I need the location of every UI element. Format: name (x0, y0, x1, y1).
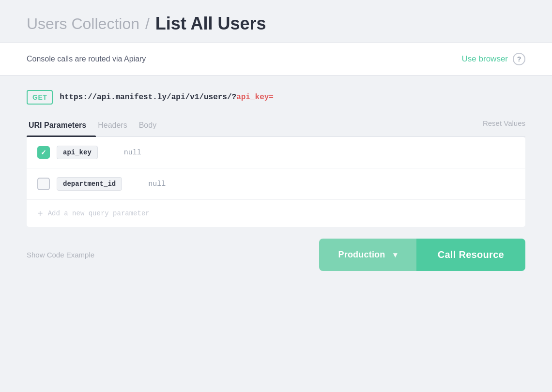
add-param-label: Add a new query parameter (48, 210, 150, 217)
param-name-api-key: api_key (57, 146, 98, 159)
url-host: api.manifest.ly/api/v1 (97, 93, 199, 102)
url-display: https://api.manifest.ly/api/v1/users/?ap… (60, 93, 274, 102)
console-info-text: Console calls are routed via Apiary (27, 55, 146, 63)
add-icon: + (37, 209, 43, 218)
page-header: Users Collection / List All Users (0, 0, 552, 43)
url-query-param: api_key= (236, 93, 274, 102)
show-code-example-button[interactable]: Show Code Example (27, 251, 94, 259)
tabs-section: URI Parameters Headers Body Reset Values… (27, 116, 525, 227)
param-name-department-id: department_id (57, 177, 122, 191)
params-panel: api_key null department_id null + Add a … (27, 137, 525, 227)
help-icon[interactable]: ? (513, 53, 525, 65)
breadcrumb-separator: / (145, 15, 150, 33)
tabs-list: URI Parameters Headers Body (27, 116, 166, 136)
reset-values-button[interactable]: Reset Values (483, 119, 525, 134)
add-param-row[interactable]: + Add a new query parameter (27, 200, 525, 227)
breadcrumb-collection: Users Collection (27, 15, 139, 33)
tab-body[interactable]: Body (137, 116, 166, 136)
tab-uri-parameters[interactable]: URI Parameters (27, 116, 96, 136)
production-label: Production (338, 250, 385, 260)
url-bar: GET https://api.manifest.ly/api/v1/users… (27, 90, 525, 105)
use-browser-link[interactable]: Use browser (462, 54, 508, 64)
main-content: GET https://api.manifest.ly/api/v1/users… (0, 75, 552, 392)
param-checkbox-api-key[interactable] (37, 146, 50, 159)
footer-action-buttons: Production ▾ Call Resource (319, 239, 526, 271)
footer-bar: Show Code Example Production ▾ Call Reso… (27, 239, 525, 276)
url-prefix: https:// (60, 93, 97, 102)
param-checkbox-department-id[interactable] (37, 178, 50, 190)
tab-headers[interactable]: Headers (96, 116, 137, 136)
table-row: api_key null (27, 137, 525, 168)
param-value-api-key: null (124, 149, 141, 157)
url-path: /users/? (199, 93, 236, 102)
console-bar: Console calls are routed via Apiary Use … (0, 43, 552, 75)
page-title: List All Users (155, 14, 266, 34)
table-row: department_id null (27, 168, 525, 200)
call-resource-button[interactable]: Call Resource (416, 239, 525, 271)
breadcrumb: Users Collection / List All Users (27, 14, 525, 34)
http-method-badge: GET (27, 90, 53, 105)
chevron-down-icon: ▾ (393, 250, 397, 259)
param-value-department-id: null (148, 180, 166, 188)
console-right-actions: Use browser ? (462, 53, 525, 65)
production-dropdown-button[interactable]: Production ▾ (319, 239, 416, 271)
tabs-header: URI Parameters Headers Body Reset Values (27, 116, 525, 137)
